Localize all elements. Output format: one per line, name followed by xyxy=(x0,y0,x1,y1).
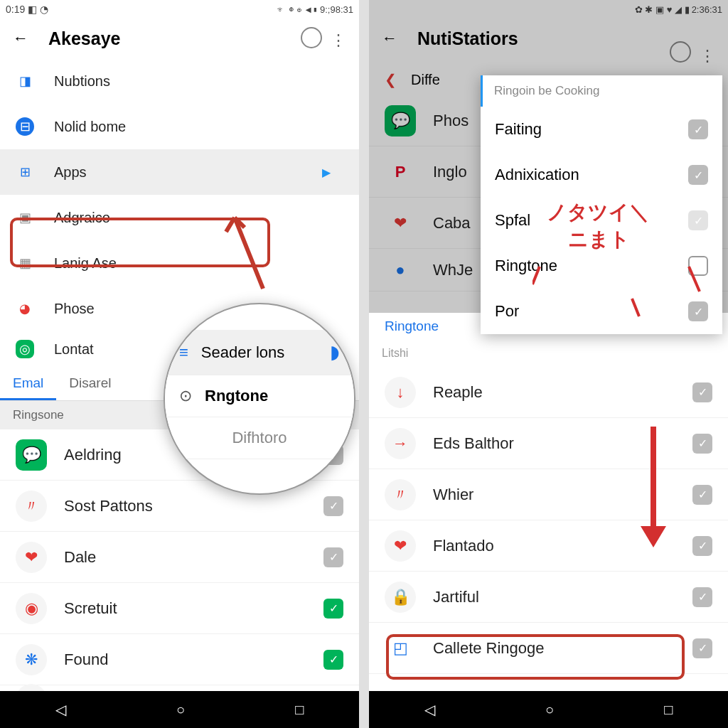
magnifier-callout: ≡Seader lons◗ ⊙Rngtone Difhtoro xyxy=(164,303,355,495)
mag-label: Seader lons xyxy=(201,343,284,362)
popup-header: Ringoin be Cooking xyxy=(481,75,722,107)
app-row-dale[interactable]: ❤ Dale ✓ xyxy=(0,532,359,583)
app-row-calleteringoge[interactable]: ◰Callete Ringoge✓ xyxy=(369,623,728,674)
arrow-right-icon: → xyxy=(385,428,416,459)
app-name: Sost Pattons xyxy=(64,497,306,515)
record-icon: ◉ xyxy=(16,593,47,624)
app-row-found[interactable]: ❋ Found ✓ xyxy=(0,634,359,685)
mail-icon: ◰ xyxy=(385,633,416,664)
popup-label: Por xyxy=(495,302,519,321)
status-bar: 0:19 ◧ ◔ ᯤ ◍ ⊜ ◄▮ 9:;98:31 xyxy=(0,0,359,18)
check-icon[interactable]: ✓ xyxy=(688,119,708,139)
camera-icon: ▣ xyxy=(16,208,34,227)
nav-home-icon[interactable]: ○ xyxy=(545,702,554,718)
app-icon: 〃 xyxy=(385,479,416,510)
settings-item-lanigase[interactable]: ▦ Lanig Ase xyxy=(0,240,359,286)
page-title: Akesaye xyxy=(48,28,120,49)
settings-item-adgraico[interactable]: ▣ Adgraico xyxy=(0,195,359,240)
status-icons: ᯤ ◍ ⊜ ◄▮ xyxy=(277,4,318,15)
app-name: Scretuit xyxy=(64,599,306,618)
anno-line: ニまト xyxy=(568,226,649,253)
check-icon[interactable]: ✓ xyxy=(688,165,708,185)
radio-icon: ⊙ xyxy=(179,387,192,405)
chevron-right-icon: ▶ xyxy=(322,166,331,179)
status-time: 0:19 xyxy=(6,4,25,15)
check-icon[interactable]: ✓ xyxy=(692,587,712,607)
app-name: Found xyxy=(64,651,306,669)
menu-icon: ≡ xyxy=(179,343,188,362)
globe-icon[interactable] xyxy=(301,27,322,48)
item-label: Nolid bome xyxy=(54,119,126,135)
app-row-sostpattons[interactable]: 〃 Sost Pattons ✓ xyxy=(0,481,359,532)
item-label: Lontat xyxy=(54,341,94,358)
settings-item-apps[interactable]: ⊞ Apps ▶ xyxy=(0,149,359,195)
lock-icon: 🔒 xyxy=(385,582,416,613)
handwritten-annotation: ノタツイ＼ ニまト xyxy=(547,199,649,253)
app-icon: 〃 xyxy=(16,491,47,522)
item-label: Nubtions xyxy=(54,73,110,90)
more-icon[interactable]: ⋮ xyxy=(331,31,346,50)
clock-icon: ◕ xyxy=(16,299,34,318)
app-icon: ❋ xyxy=(16,644,47,675)
settings-item-nolidbome[interactable]: ⊟ Nolid bome xyxy=(0,104,359,149)
status-icon: ◧ ◔ xyxy=(28,4,48,15)
check-icon[interactable]: ✓ xyxy=(692,536,712,556)
arrow-annotation xyxy=(213,210,277,303)
nav-recent-icon[interactable]: □ xyxy=(295,702,304,718)
arrow-annotation xyxy=(632,427,675,569)
mail-icon: ◨ xyxy=(16,72,34,90)
heart-icon: ❤ xyxy=(385,530,416,562)
settings-item-nubtions[interactable]: ◨ Nubtions xyxy=(0,58,359,104)
arrow-down-icon: ↓ xyxy=(385,377,416,408)
section-header: Litshi xyxy=(369,340,728,367)
toggle-icon: ◗ xyxy=(330,341,340,363)
apps-icon: ⊞ xyxy=(16,163,34,181)
popup-row-adnixication[interactable]: Adnixication✓ xyxy=(481,152,722,198)
circle-icon: ⊟ xyxy=(16,117,34,136)
popup-label: Spfal xyxy=(495,211,530,230)
check-icon[interactable]: ✓ xyxy=(323,496,343,516)
anno-lines xyxy=(532,263,710,320)
check-icon[interactable]: ✓ xyxy=(323,650,343,670)
app-row-reaple[interactable]: ↓Reaple✓ xyxy=(369,367,728,418)
app-row-scretuit[interactable]: ◉ Scretuit ✓ xyxy=(0,583,359,634)
check-icon[interactable]: ✓ xyxy=(692,485,712,505)
navbar: ◁ ○ □ xyxy=(0,691,359,728)
check-icon[interactable]: ✓ xyxy=(692,638,712,658)
app-name: Dale xyxy=(64,548,306,567)
item-label: Lanig Ase xyxy=(54,255,117,272)
nav-recent-icon[interactable]: □ xyxy=(664,702,673,718)
popup-row-faiting[interactable]: Faiting✓ xyxy=(481,107,722,152)
app-name: Callete Ringoge xyxy=(433,639,675,658)
check-icon[interactable]: ✓ xyxy=(692,434,712,454)
phone-right: ✿ ✱ ▣ ♥ ◢ ▮ 2:36:31 ← NutiStatiors ⋮ ❮ D… xyxy=(369,0,728,728)
mag-label: Rngtone xyxy=(205,387,268,405)
app-name: Reaple xyxy=(433,383,675,402)
grid-icon: ▦ xyxy=(16,254,34,272)
check-icon[interactable]: ✓ xyxy=(323,599,343,619)
anno-line: ノタツイ＼ xyxy=(547,199,649,226)
phone-left: 0:19 ◧ ◔ ᯤ ◍ ⊜ ◄▮ 9:;98:31 cation itli i… xyxy=(0,0,359,728)
nav-back-icon[interactable]: ◁ xyxy=(55,701,66,718)
item-label: Apps xyxy=(54,164,87,181)
popup-label: Faiting xyxy=(495,120,542,139)
app-icon: 💬 xyxy=(16,439,47,471)
mag-label: Difhtoro xyxy=(232,429,287,447)
back-arrow-icon[interactable]: ← xyxy=(13,29,28,48)
tab-disarel[interactable]: Disarel xyxy=(56,367,124,400)
app-icon: ◎ xyxy=(16,340,34,358)
nav-home-icon[interactable]: ○ xyxy=(176,702,185,718)
item-label: Phose xyxy=(54,301,95,317)
popup-label: Adnixication xyxy=(495,166,579,184)
item-label: Adgraico xyxy=(54,210,110,226)
check-icon[interactable]: ✓ xyxy=(692,382,712,402)
check-icon[interactable]: ✓ xyxy=(323,547,343,567)
app-name: Jartiful xyxy=(433,588,675,606)
heart-icon: ❤ xyxy=(16,542,47,573)
tab-emal[interactable]: Emal xyxy=(0,367,56,400)
check-icon dim[interactable]: ✓ xyxy=(688,210,708,230)
status-clock: 9:;98:31 xyxy=(320,4,353,15)
app-row-jartiful[interactable]: 🔒Jartiful✓ xyxy=(369,572,728,623)
nav-back-icon[interactable]: ◁ xyxy=(424,701,435,718)
navbar: ◁ ○ □ xyxy=(369,691,728,728)
